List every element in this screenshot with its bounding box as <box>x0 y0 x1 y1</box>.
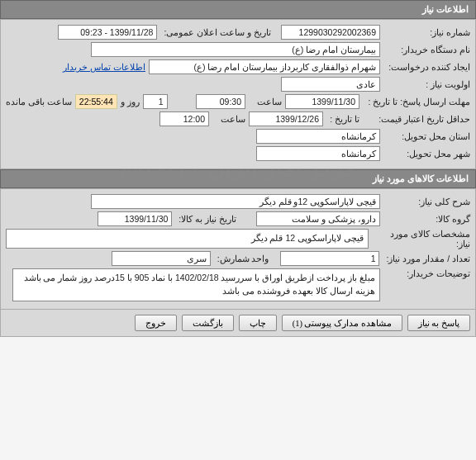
validity-sub: تا تاریخ : <box>326 114 359 124</box>
validity-time: 12:00 <box>159 111 209 126</box>
unit-label: واحد شمارش: <box>214 254 278 263</box>
validity-date: 1399/12/26 <box>249 111 323 126</box>
buyer-value: بیمارستان امام رضا (ع) <box>91 42 380 57</box>
section2-body: شرح کلی نیاز: قیچی لاپاراسکوپی 12و قلم د… <box>0 188 476 310</box>
validity-label-1: حداقل تاریخ اعتبار قیمت: <box>378 114 470 124</box>
group-value: دارو، پزشکی و سلامت <box>256 211 380 226</box>
deadline-label: مهلت ارسال پاسخ: تا تاریخ : <box>363 97 470 107</box>
remain-label: ساعت باقی مانده <box>6 97 72 107</box>
creator-value: شهرام ذوالفقاری کاربرداز بیمارستان امام … <box>149 59 380 74</box>
exit-button[interactable]: خروج <box>135 315 177 331</box>
announce-label: تاریخ و ساعت اعلان عمومی: <box>160 27 278 37</box>
deadline-time: 09:30 <box>196 94 245 109</box>
announce-value: 1399/11/28 - 09:23 <box>58 25 157 40</box>
city-label: شهر محل تحویل: <box>383 149 470 159</box>
unit-value: سری <box>112 251 211 266</box>
notes-label: توضیحات خریدار: <box>383 268 470 278</box>
spec-label: مشخصات کالای مورد نیاز: <box>372 229 470 249</box>
deadline-date: 1399/11/30 <box>285 94 359 109</box>
qty-label: تعداد / مقدار مورد نیاز: <box>383 254 470 263</box>
section1-body: شماره نیاز: 1299030292002369 تاریخ و ساع… <box>0 19 476 169</box>
time-label-2: ساعت <box>212 114 245 124</box>
days-value: 1 <box>143 94 168 109</box>
print-button[interactable]: چاپ <box>239 315 277 331</box>
priority-label: اولویت نیاز : <box>383 79 470 89</box>
notes-value: مبلغ باز پرداخت ازطریق اوراق با سررسید 1… <box>12 268 380 301</box>
attachments-button[interactable]: مشاهده مدارک پیوستی (1) <box>282 315 402 331</box>
back-button[interactable]: بازگشت <box>182 315 234 331</box>
days-label: روز و <box>121 97 140 107</box>
province-label: استان محل تحویل: <box>383 131 470 141</box>
section2-header: اطلاعات کالاهای مورد نیاز <box>0 169 476 188</box>
time-label-1: ساعت <box>249 97 282 107</box>
req-date-label: تاریخ نیاز به کالا: <box>175 214 253 224</box>
desc-label: شرح کلی نیاز: <box>383 197 470 206</box>
validity-label: حداقل تاریخ اعتبار قیمت: <box>363 114 470 125</box>
province-value: کرمانشاه <box>256 129 380 144</box>
spec-value: قیچی لاپاراسکوپی 12 قلم دیگر <box>6 229 369 249</box>
req-date-value: 1399/11/30 <box>98 211 172 226</box>
button-bar: پاسخ به نیاز مشاهده مدارک پیوستی (1) چاپ… <box>0 310 476 337</box>
buyer-label: نام دستگاه خریدار: <box>383 45 470 55</box>
group-label: گروه کالا: <box>383 214 470 224</box>
priority-value: عادی <box>281 77 380 92</box>
respond-button[interactable]: پاسخ به نیاز <box>407 315 470 331</box>
req-no-label: شماره نیاز: <box>383 27 470 37</box>
req-no-value: 1299030292002369 <box>281 25 380 40</box>
countdown: 22:55:44 <box>75 94 117 109</box>
section1-header: اطلاعات نیاز <box>0 0 476 19</box>
qty-value: 1 <box>280 251 379 266</box>
desc-value: قیچی لاپاراسکوپی 12و قلم دیگر <box>91 194 380 209</box>
city-value: کرمانشاه <box>256 146 380 161</box>
contact-link[interactable]: اطلاعات تماس خریدار <box>63 62 145 72</box>
creator-label: ایجاد کننده درخواست: <box>383 62 470 72</box>
